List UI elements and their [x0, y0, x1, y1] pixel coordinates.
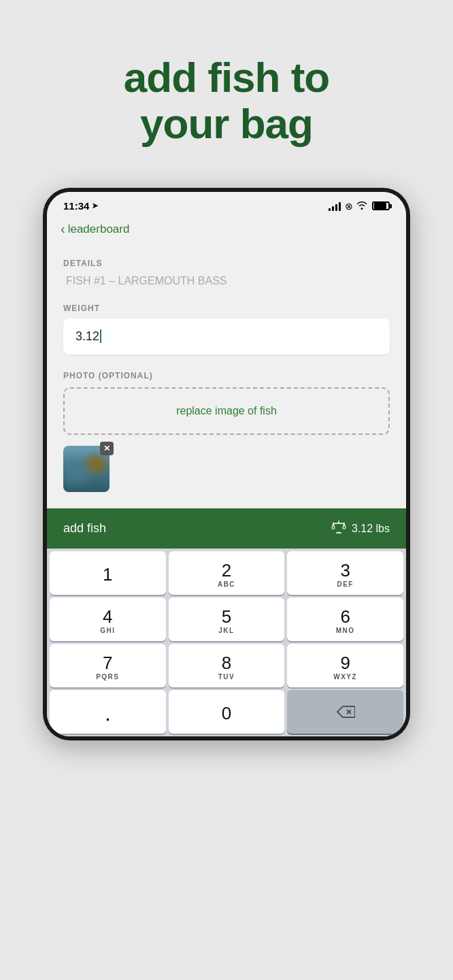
key-6[interactable]: 6 MNO: [287, 598, 403, 641]
weight-value-display: 3.12 lbs: [352, 523, 390, 535]
key-2[interactable]: 2 ABC: [169, 551, 285, 595]
photo-upload-text: replace image of fish: [176, 405, 277, 416]
key-5[interactable]: 5 JKL: [169, 598, 285, 641]
key-0[interactable]: 0: [169, 690, 285, 734]
photo-upload-button[interactable]: replace image of fish: [63, 387, 390, 435]
photo-section: PHOTO (optional) replace image of fish ✕: [63, 371, 390, 495]
key-9[interactable]: 9 WXYZ: [287, 644, 403, 687]
weight-label: WEIGHT: [63, 304, 390, 313]
add-fish-button[interactable]: add fish: [63, 521, 106, 536]
key-3[interactable]: 3 DEF: [287, 551, 403, 595]
nav-bar: ‹ leaderboard: [47, 216, 406, 245]
photo-thumbnail-container: ✕: [63, 446, 110, 492]
hero-title: add fish to your bag: [83, 0, 370, 188]
keyboard: 1 2 ABC 3 DEF 4 GHI 5 JKL: [47, 549, 406, 736]
weight-section: WEIGHT 3.12: [63, 304, 390, 355]
weight-input[interactable]: 3.12: [63, 318, 390, 355]
keyboard-row-3: 7 PQRS 8 TUV 9 WXYZ: [50, 644, 403, 687]
photo-remove-button[interactable]: ✕: [100, 442, 114, 455]
location-icon: ➤: [92, 201, 98, 210]
keyboard-row-2: 4 GHI 5 JKL 6 MNO: [50, 598, 403, 641]
content-area: DETAILS FISH #1 – LARGEMOUTH BASS WEIGHT…: [47, 245, 406, 508]
back-button[interactable]: ‹ leaderboard: [61, 221, 392, 237]
keyboard-row-1: 1 2 ABC 3 DEF: [50, 551, 403, 595]
details-section: DETAILS FISH #1 – LARGEMOUTH BASS: [63, 259, 390, 287]
delete-icon: [336, 705, 355, 722]
key-8[interactable]: 8 TUV: [169, 644, 285, 687]
status-time: 11:34 ➤: [63, 200, 98, 212]
wifi-icon: ⊗: [345, 200, 368, 212]
signal-icon: [329, 201, 341, 211]
status-icons: ⊗: [329, 200, 390, 212]
details-label: DETAILS: [63, 259, 390, 268]
photo-label: PHOTO (optional): [63, 371, 390, 380]
bottom-toolbar: add fish 3.12 lbs: [47, 508, 406, 549]
key-1[interactable]: 1: [50, 551, 166, 595]
battery-icon: [372, 201, 390, 210]
keyboard-row-4: . 0: [50, 690, 403, 734]
phone-screen: 11:34 ➤ ⊗: [47, 192, 406, 736]
status-bar: 11:34 ➤ ⊗: [47, 192, 406, 216]
weight-display: 3.12 lbs: [331, 519, 390, 538]
key-delete[interactable]: [287, 690, 403, 734]
key-7[interactable]: 7 PQRS: [50, 644, 166, 687]
key-dot[interactable]: .: [50, 690, 166, 734]
fish-name: FISH #1 – LARGEMOUTH BASS: [63, 275, 390, 287]
chevron-left-icon: ‹: [61, 221, 65, 237]
back-label: leaderboard: [68, 223, 130, 236]
key-4[interactable]: 4 GHI: [50, 598, 166, 641]
phone-device: 11:34 ➤ ⊗: [43, 188, 410, 740]
scale-icon: [331, 519, 346, 538]
